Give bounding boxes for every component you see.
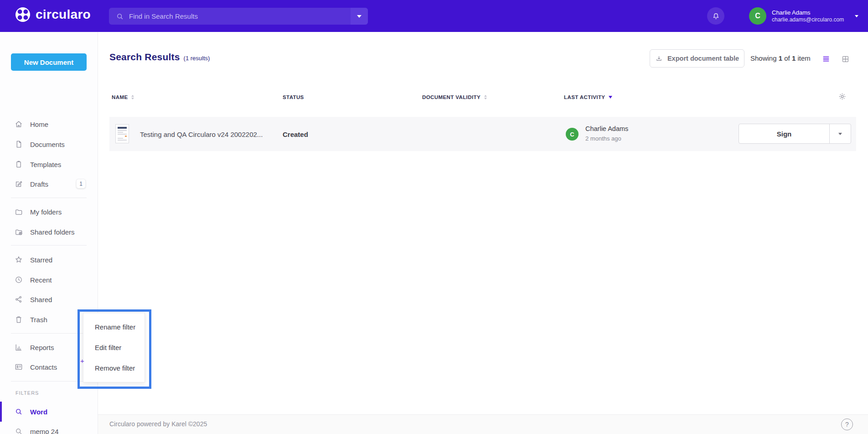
- folder-icon: [14, 207, 23, 216]
- help-icon: ?: [845, 421, 849, 428]
- sidebar-item-home[interactable]: Home: [0, 114, 98, 134]
- shared-folder-icon: [14, 227, 23, 236]
- menu-item-edit-filter[interactable]: Edit filter: [83, 337, 145, 358]
- search-scope-dropdown[interactable]: [351, 8, 368, 25]
- divider: [11, 333, 87, 334]
- clock-icon: [14, 275, 23, 284]
- user-email: charlie.adams@circularo.com: [772, 16, 844, 23]
- trash-icon: [14, 315, 23, 324]
- filter-context-menu: Rename filter Edit filter Remove filter: [83, 313, 145, 382]
- search-icon: [14, 427, 23, 434]
- menu-item-rename-filter[interactable]: Rename filter: [83, 317, 145, 337]
- last-activity: Charlie Adams 2 months ago: [585, 125, 628, 143]
- search-icon: [115, 12, 124, 21]
- divider: [11, 381, 87, 382]
- sidebar-item-drafts[interactable]: Drafts 1: [0, 174, 98, 194]
- table-settings-button[interactable]: [838, 92, 847, 101]
- star-icon: [14, 255, 23, 264]
- clipboard-icon: [14, 160, 23, 169]
- results-count: (1 results): [184, 55, 210, 62]
- chevron-down-icon: [855, 15, 858, 17]
- column-header-name[interactable]: NAME: [112, 91, 134, 103]
- bell-icon: [712, 12, 720, 21]
- sidebar-item-starred[interactable]: Starred: [0, 250, 98, 270]
- column-header-status[interactable]: STATUS: [283, 91, 304, 103]
- column-header-document-validity[interactable]: DOCUMENT VALIDITY: [422, 91, 487, 103]
- footer: Circularo powered by Karel ©2025 ?: [98, 414, 868, 434]
- avatar: C: [566, 128, 579, 141]
- page-title: Search Results: [109, 52, 180, 63]
- document-icon: [14, 140, 23, 149]
- showing-count: Showing 1 of 1 item: [750, 54, 811, 62]
- sort-desc-icon: [609, 96, 612, 99]
- filter-item-memo-24[interactable]: memo 24: [0, 421, 98, 434]
- circularo-logo-icon: [15, 7, 31, 22]
- drafts-count-badge: 1: [76, 179, 86, 188]
- user-name: Charlie Adams: [772, 9, 844, 16]
- export-document-table-button[interactable]: Export document table: [650, 49, 744, 68]
- document-name[interactable]: Testing and QA Circularo v24 2002202...: [140, 130, 263, 138]
- table-row[interactable]: Testing and QA Circularo v24 2002202... …: [109, 117, 856, 151]
- sidebar-item-shared[interactable]: Shared: [0, 289, 98, 309]
- status-badge: Created: [283, 130, 308, 138]
- sort-icon: [484, 95, 487, 99]
- last-activity-user: Charlie Adams: [585, 125, 628, 133]
- home-icon: [14, 120, 23, 129]
- sidebar-item-documents[interactable]: Documents: [0, 134, 98, 154]
- filters-heading: FILTERS: [16, 390, 39, 396]
- chevron-down-icon: [357, 15, 362, 18]
- sidebar-item-my-folders[interactable]: My folders: [0, 202, 98, 222]
- sidebar-item-templates[interactable]: Templates: [0, 154, 98, 174]
- sign-dropdown-button[interactable]: [830, 124, 851, 143]
- page-header: Search Results (1 results): [109, 52, 210, 63]
- list-view-icon: [822, 54, 831, 63]
- app-window: circularo C Charlie Adams charlie.adams@…: [0, 0, 868, 434]
- divider: [11, 198, 87, 198]
- gear-icon: [838, 92, 847, 101]
- contacts-icon: [14, 362, 23, 371]
- document-thumbnail: [115, 124, 129, 143]
- brand-logo[interactable]: circularo: [15, 7, 91, 22]
- topbar: circularo C Charlie Adams charlie.adams@…: [0, 0, 868, 32]
- footer-text: Circularo powered by Karel ©2025: [109, 420, 207, 428]
- pencil-square-icon: [14, 179, 23, 188]
- help-button[interactable]: ?: [841, 418, 853, 430]
- sidebar-item-recent[interactable]: Recent: [0, 270, 98, 290]
- sidebar-item-shared-folders[interactable]: Shared folders: [0, 222, 98, 242]
- last-activity-time: 2 months ago: [585, 135, 628, 143]
- notifications-button[interactable]: [707, 7, 724, 25]
- brand-name: circularo: [36, 7, 91, 22]
- menu-item-remove-filter[interactable]: Remove filter: [83, 358, 145, 378]
- chevron-down-icon: [838, 133, 842, 135]
- user-menu[interactable]: C Charlie Adams charlie.adams@circularo.…: [749, 7, 858, 25]
- list-view-toggle[interactable]: [821, 54, 831, 64]
- new-document-button[interactable]: New Document: [11, 53, 87, 71]
- add-filter-button[interactable]: +: [80, 357, 84, 365]
- sign-split-button: Sign: [739, 124, 851, 144]
- user-info: Charlie Adams charlie.adams@circularo.co…: [772, 9, 844, 23]
- filter-item-word[interactable]: Word: [0, 402, 98, 422]
- search-input[interactable]: [124, 12, 368, 20]
- sign-button[interactable]: Sign: [739, 124, 829, 143]
- download-icon: [655, 55, 663, 63]
- share-icon: [14, 295, 23, 304]
- avatar: C: [749, 7, 766, 25]
- column-header-last-activity[interactable]: LAST ACTIVITY: [564, 91, 612, 103]
- search-icon: [14, 407, 23, 416]
- global-search-bar[interactable]: [109, 8, 368, 25]
- sort-icon: [131, 95, 134, 99]
- grid-view-icon: [841, 55, 850, 63]
- divider: [11, 245, 87, 246]
- bar-chart-icon: [14, 343, 23, 352]
- grid-view-toggle[interactable]: [840, 54, 850, 64]
